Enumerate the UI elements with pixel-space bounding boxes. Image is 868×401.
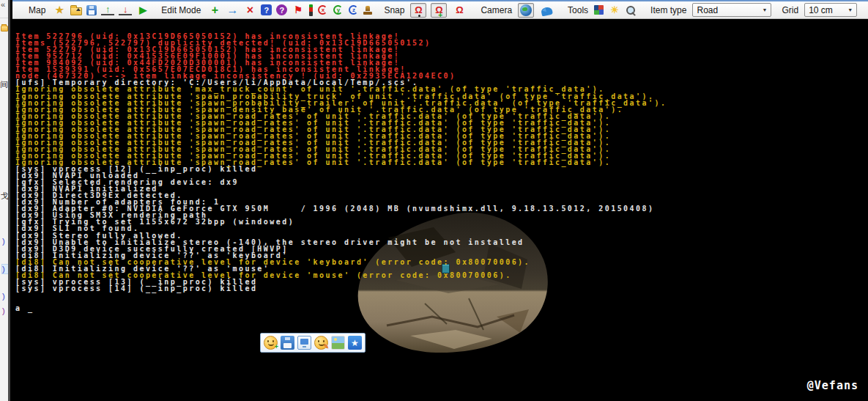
item-type-label: Item type (649, 4, 688, 17)
sun-icon[interactable]: ☀ (608, 4, 621, 17)
help-icon[interactable]: ? (261, 4, 272, 15)
item-type-value: Road (697, 5, 718, 15)
send-image-icon[interactable] (331, 336, 345, 350)
magnet-node-icon: Ω (415, 5, 422, 15)
chevron-down-icon: ▼ (763, 7, 768, 12)
background-window-fragment: ) (2, 306, 5, 315)
download-icon[interactable]: ↓ (119, 4, 132, 15)
menu-map[interactable]: Map (26, 4, 48, 17)
magnifier-icon[interactable] (626, 5, 636, 15)
upload-icon[interactable]: ↑ (101, 4, 114, 15)
rotate-y-icon[interactable]: y (333, 4, 344, 15)
console-lines: Item 522796 (uid: 0x13C19D665050152) has… (15, 33, 667, 292)
rotate-x-icon[interactable]: x (317, 4, 328, 15)
chevron-down-icon: ▼ (847, 7, 853, 12)
snap-node-toggle[interactable]: Ω (410, 3, 426, 18)
console-line: [sys] vprocess [14] (__inp_proc) killed (15, 285, 667, 292)
snap-new-node-toggle[interactable]: Ω (431, 3, 447, 18)
about-icon[interactable]: ? (276, 4, 287, 15)
background-window-strip[interactable]: « 打间的戈)))) (0, 0, 10, 401)
editor-window: Map ★ ↑ ↓ ▶ Edit Mode + → × ? ? ⚑ x y z … (12, 0, 868, 401)
magnet-new-node-icon: Ω (435, 5, 442, 15)
add-emoticon-icon[interactable]: + (264, 336, 278, 350)
snap-free-toggle[interactable]: Ω (451, 3, 467, 18)
rotate-z-icon[interactable]: z (348, 4, 359, 15)
capture-toolbar[interactable]: +✎★ (260, 333, 366, 353)
editor-toolbar: Map ★ ↑ ↓ ▶ Edit Mode + → × ? ? ⚑ x y z … (12, 1, 868, 19)
item-type-select[interactable]: Road▼ (692, 3, 771, 17)
delete-item-icon[interactable]: × (243, 4, 256, 17)
move-item-icon[interactable]: → (226, 4, 239, 17)
ground-snap-icon[interactable] (309, 4, 313, 16)
screen-capture-icon[interactable] (297, 336, 311, 350)
add-item-icon[interactable]: + (208, 4, 221, 17)
folder-icon (1, 26, 8, 32)
divider (0, 18, 10, 18)
flag-icon[interactable]: ⚑ (292, 4, 305, 17)
background-window-fragment: ) (2, 237, 5, 246)
run-icon[interactable]: ▶ (136, 4, 149, 17)
grid-select[interactable]: 10 cm▼ (804, 3, 857, 17)
console-input-line[interactable]: a _ (15, 305, 667, 312)
open-folder-icon[interactable] (70, 7, 82, 15)
save-capture-icon[interactable] (281, 336, 294, 350)
tools-label: Tools (566, 4, 590, 17)
background-window-fragment: 打 (8, 24, 10, 35)
viewport-3d[interactable]: Item 522796 (uid: 0x13C19D665050152) has… (12, 19, 868, 400)
star-icon[interactable]: ★ (53, 4, 66, 17)
favorite-icon[interactable]: ★ (348, 336, 362, 350)
background-window-fragment: ) (2, 265, 10, 273)
camera-fly-toggle[interactable] (538, 3, 554, 18)
screen: « 打间的戈)))) Map ★ ↑ ↓ ▶ Edit Mode + → × ?… (0, 0, 868, 401)
magnet-free-icon: Ω (456, 5, 463, 15)
doodle-icon[interactable]: ✎ (314, 336, 328, 350)
camera-label: Camera (479, 4, 513, 17)
camera-world-toggle[interactable] (518, 3, 534, 18)
grid-value: 10 cm (809, 5, 833, 15)
background-window-fragment: 间的 (0, 79, 10, 90)
console-log: Item 522796 (uid: 0x13C19D665050152) has… (15, 20, 667, 325)
background-window-fragment: 戈 (1, 191, 9, 202)
tiles-icon[interactable] (594, 5, 604, 15)
watermark: @Vefans (807, 379, 858, 392)
globe-icon (520, 4, 532, 16)
grid-label: Grid (780, 4, 800, 17)
collapse-chevron-icon: « (1, 0, 5, 9)
bird-icon (541, 6, 553, 16)
snap-label: Snap (382, 4, 406, 17)
menu-edit-mode[interactable]: Edit Mode (158, 4, 204, 17)
stamp-icon[interactable] (363, 6, 372, 15)
background-window-fragment: ) (2, 292, 5, 301)
save-icon[interactable] (86, 5, 97, 15)
